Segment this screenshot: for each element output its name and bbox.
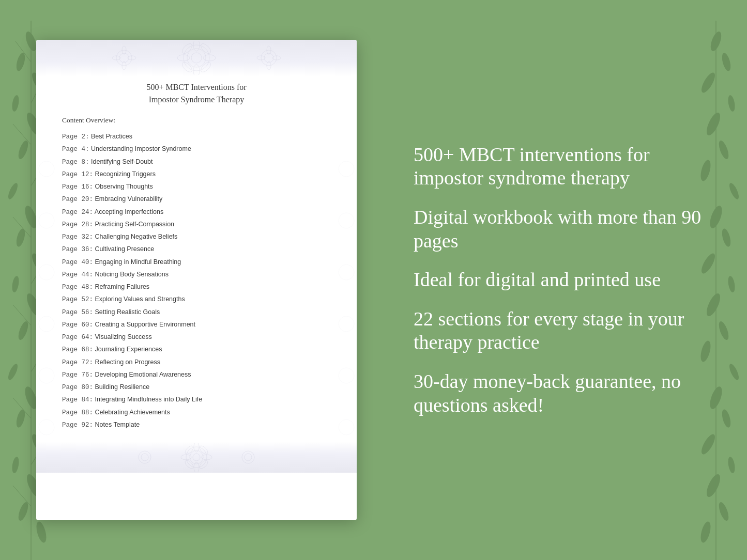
svg-point-77 [264, 53, 273, 63]
list-item: Page 88: Celebrating Achievements [62, 407, 331, 419]
svg-point-96 [193, 454, 200, 461]
list-item: Page 80: Building Resilience [62, 381, 331, 394]
svg-point-94 [186, 447, 207, 468]
list-item: Page 8: Identifying Self-Doubt [62, 156, 331, 168]
svg-point-59 [184, 45, 209, 71]
svg-point-97 [194, 443, 199, 452]
list-item: Page 76: Developing Emotional Awareness [62, 369, 331, 381]
svg-point-105 [139, 451, 151, 463]
list-item: Page 68: Journaling Experiences [62, 344, 331, 356]
document-card: 500+ MBCT Interventions for Impostor Syn… [36, 40, 357, 520]
doc-top-decoration [36, 40, 357, 76]
svg-point-63 [193, 65, 200, 75]
list-item: Page 92: Notes Template [62, 419, 331, 431]
svg-point-66 [180, 42, 193, 55]
list-item: Page 40: Engaging in Mindful Breathing [62, 256, 331, 269]
table-of-contents: Page 2: Best Practices Page 4: Understan… [62, 131, 331, 431]
list-item: Page 72: Reflecting on Progress [62, 356, 331, 369]
svg-point-76 [261, 50, 277, 66]
feature-5: 30-day money-back guarantee, no question… [414, 370, 706, 417]
list-item: Page 36: Cultivating Presence [62, 243, 331, 256]
svg-point-106 [141, 454, 148, 461]
list-item: Page 60: Creating a Supportive Environme… [62, 319, 331, 331]
svg-point-69 [199, 60, 212, 73]
list-item: Page 20: Embracing Vulnerability [62, 193, 331, 206]
list-item: Page 28: Practicing Self-Compassion [62, 219, 331, 231]
document-panel: 500+ MBCT Interventions for Impostor Syn… [0, 0, 393, 560]
feature-3: Ideal for digital and printed use [414, 268, 706, 292]
svg-point-70 [116, 50, 132, 66]
list-item: Page 52: Exploring Values and Strengths [62, 293, 331, 306]
svg-point-61 [191, 53, 202, 63]
svg-point-107 [242, 451, 254, 463]
doc-bottom-decoration [36, 442, 357, 473]
svg-point-71 [119, 53, 129, 63]
svg-point-108 [245, 454, 252, 461]
list-item: Page 24: Accepting Imperfections [62, 206, 331, 219]
list-item: Page 16: Observing Thoughts [62, 181, 331, 193]
list-item: Page 48: Reframing Failures [62, 281, 331, 293]
list-item: Page 4: Understanding Impostor Syndrome [62, 143, 331, 155]
feature-2: Digital workbook with more than 90 pages [414, 206, 706, 253]
features-panel: 500+ MBCT interventions for impostor syn… [393, 0, 747, 560]
list-item: Page 44: Noticing Body Sensations [62, 269, 331, 281]
list-item: Page 12: Recognizing Triggers [62, 168, 331, 181]
svg-point-95 [190, 450, 203, 464]
list-item: Page 84: Integrating Mindfulness into Da… [62, 394, 331, 406]
list-item: Page 32: Challenging Negative Beliefs [62, 231, 331, 243]
svg-point-62 [193, 41, 200, 51]
list-item: Page 64: Visualizing Success [62, 331, 331, 344]
list-item: Page 56: Setting Realistic Goals [62, 306, 331, 319]
feature-4: 22 sections for every stage in your ther… [414, 307, 706, 354]
document-title: 500+ MBCT Interventions for Impostor Syn… [62, 81, 331, 106]
svg-point-68 [180, 60, 193, 73]
feature-1: 500+ MBCT interventions for impostor syn… [414, 143, 706, 190]
list-item: Page 2: Best Practices [62, 131, 331, 143]
svg-point-67 [199, 42, 212, 55]
document-content: 500+ MBCT Interventions for Impostor Syn… [36, 76, 357, 442]
content-overview-label: Content Overview: [62, 116, 331, 125]
